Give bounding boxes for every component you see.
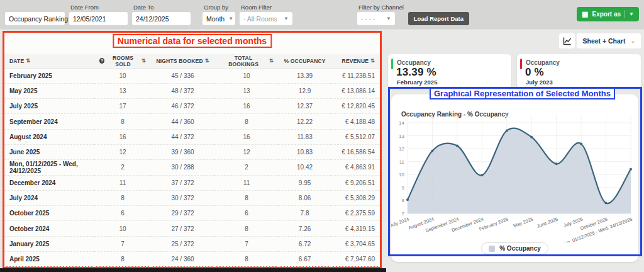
table-row[interactable]: June 20251239 / 3601210.83€ 16,586.54 xyxy=(4,144,380,159)
cell-revenue: € 13,086.14 xyxy=(331,83,380,98)
table-row[interactable]: April 2025824 / 36086.67€ 7,947.60 xyxy=(4,252,380,267)
date-from-label: Date From xyxy=(70,4,128,11)
cell-date: July 2024 xyxy=(4,190,94,205)
sort-icon[interactable]: ⇅ xyxy=(269,58,274,64)
data-point[interactable] xyxy=(555,162,558,165)
chart-view-button[interactable] xyxy=(559,33,575,48)
data-point[interactable] xyxy=(406,198,409,201)
legend-swatch-icon xyxy=(489,246,495,252)
cell-nights_booked: 30 / 288 xyxy=(151,160,214,175)
cell-total_bookings: 8 xyxy=(214,190,278,205)
table-row[interactable]: October 2025629 / 37267.8€ 2,375.59 xyxy=(4,206,380,221)
data-point[interactable] xyxy=(530,136,533,139)
column-label: TOTAL BOOKINGS xyxy=(219,55,267,67)
x-tick-label: May 2025 xyxy=(513,216,534,229)
date-from-value: 12/05/2021 xyxy=(73,15,106,23)
annotation-chart-label: Graphical Representation of Selected Mon… xyxy=(430,88,615,99)
cell-date: October 2024 xyxy=(4,221,94,236)
y-tick-label: 10 xyxy=(399,172,404,178)
room-filter-label: Room Filter xyxy=(241,4,292,11)
table-row[interactable]: September 2024844 / 360812.22€ 4,188.48 xyxy=(4,114,380,129)
x-tick-label: July 2024 xyxy=(391,216,410,228)
sort-icon[interactable]: ⇅ xyxy=(370,58,375,64)
cell-rooms_sold: 12 xyxy=(94,144,151,159)
data-point[interactable] xyxy=(431,150,433,152)
stat-card-occupancy-high: Occupancy 13.39 % February 2025 xyxy=(388,54,511,88)
line-chart-icon xyxy=(563,37,572,45)
cell-date: June 2025 xyxy=(4,144,94,159)
sort-icon[interactable]: ⇅ xyxy=(142,58,146,64)
sort-icon[interactable]: ⇅ xyxy=(205,58,209,64)
cell-revenue: € 5,512.07 xyxy=(331,129,380,144)
cell-occupancy: 10.42 xyxy=(279,160,331,175)
cell-nights_booked: 45 / 336 xyxy=(151,68,214,83)
cell-rooms_sold: 13 xyxy=(94,83,151,98)
table-row[interactable]: January 2025725 / 37276.72€ 3,704.65 xyxy=(4,236,380,251)
occupancy-area-chart[interactable]: Occupancy Ranking - % Occupancy789101112… xyxy=(391,94,638,242)
table-row[interactable]: August 20241644 / 3721611.83€ 5,512.07 xyxy=(4,129,380,144)
table-row[interactable]: July 20251746 / 3721612.37€ 12,820.45 xyxy=(4,99,380,114)
cell-total_bookings: 7 xyxy=(214,236,278,251)
view-mode-value: Sheet + Chart xyxy=(582,37,625,45)
info-icon[interactable]: ? xyxy=(99,58,104,64)
stat-card-occupancy-low: Occupancy 0 % July 2023 xyxy=(517,54,641,88)
data-point[interactable] xyxy=(630,168,632,171)
y-tick-label: 8 xyxy=(402,198,405,203)
column-header-revenue[interactable]: REVENUE⇅ xyxy=(331,54,380,68)
column-label: NIGHTS BOOKED xyxy=(156,58,203,64)
load-report-button[interactable]: Load Report Data xyxy=(408,12,469,25)
table-header-row: DATE⇅?ROOMS SOLD⇅NIGHTS BOOKED⇅TOTAL BOO… xyxy=(4,54,380,68)
cell-rooms_sold: 8 xyxy=(94,190,151,205)
group-by-label: Group by xyxy=(204,4,235,11)
report-type-value: Occupancy Ranking xyxy=(9,15,68,23)
data-point[interactable] xyxy=(480,174,483,176)
date-from-input[interactable]: 12/05/2021 xyxy=(69,12,128,25)
cell-date: April 2025 xyxy=(4,252,94,267)
area-fill xyxy=(408,128,631,213)
cell-nights_booked: 24 / 360 xyxy=(151,252,214,267)
date-to-field: Date To 24/12/2025 xyxy=(132,4,191,25)
view-mode-select[interactable]: Sheet + Chart ⌄ xyxy=(577,33,641,48)
screenshot-cutoff-bar xyxy=(0,268,386,272)
cell-nights_booked: 39 / 360 xyxy=(151,144,214,159)
column-header-date[interactable]: DATE⇅ xyxy=(4,54,94,68)
column-label: % OCCUPANCY xyxy=(284,58,325,64)
room-filter-select[interactable]: - All Rooms ▼ xyxy=(240,12,292,25)
report-toolbar: Occupancy Ranking ▼ Date From 12/05/2021… xyxy=(0,0,644,28)
table-row[interactable]: December 20241137 / 372119.95€ 9,206.51 xyxy=(4,175,380,190)
data-point[interactable] xyxy=(506,130,508,132)
column-header-nights_booked[interactable]: NIGHTS BOOKED⇅ xyxy=(151,54,214,68)
status-accent-bar xyxy=(520,59,522,69)
report-type-select[interactable]: Occupancy Ranking ▼ xyxy=(5,12,65,25)
data-point[interactable] xyxy=(456,145,458,147)
data-point[interactable] xyxy=(605,202,608,205)
stat-card-value: 13.39 % xyxy=(396,66,436,79)
channel-filter-select[interactable]: - - - - ▼ xyxy=(357,12,395,25)
cell-date: December 2024 xyxy=(4,175,94,190)
cell-occupancy: 6.67 xyxy=(279,252,331,267)
data-point[interactable] xyxy=(580,143,582,145)
channel-filter-field: Filter by Channel - - - - ▼ xyxy=(357,4,404,25)
table-row[interactable]: July 2024830 / 37288.06€ 5,308.29 xyxy=(4,190,380,205)
column-header-occupancy: % OCCUPANCY xyxy=(279,54,331,68)
date-from-field: Date From 12/05/2021 xyxy=(69,4,128,25)
cell-occupancy: 7.8 xyxy=(279,206,331,221)
table-row[interactable]: February 20251045 / 3361013.39€ 11,238.5… xyxy=(4,68,380,83)
cell-occupancy: 11.83 xyxy=(279,129,331,144)
legend-item-occupancy[interactable]: % Occupancy xyxy=(481,242,548,254)
table-row[interactable]: October 20241027 / 37287.26€ 4,319.15 xyxy=(4,221,380,236)
table-row[interactable]: Mon, 01/12/2025 - Wed, 24/12/2025230 / 2… xyxy=(4,160,380,175)
date-to-input[interactable]: 24/12/2025 xyxy=(132,12,191,25)
date-to-label: Date To xyxy=(133,4,191,11)
table-row[interactable]: May 20251348 / 3721312.9€ 13,086.14 xyxy=(4,83,380,98)
export-as-button[interactable]: ▦ Export as ▼ xyxy=(577,7,639,21)
y-tick-label: 14 xyxy=(399,120,404,126)
column-header-rooms_sold[interactable]: ?ROOMS SOLD⇅ xyxy=(94,54,151,68)
cell-total_bookings: 10 xyxy=(214,68,278,83)
column-header-total_bookings[interactable]: TOTAL BOOKINGS⇅ xyxy=(214,54,278,68)
chevron-down-icon: ⌄ xyxy=(630,38,635,44)
cell-nights_booked: 44 / 372 xyxy=(151,129,214,144)
group-by-select[interactable]: Month ▼ xyxy=(203,12,235,25)
sort-icon[interactable]: ⇅ xyxy=(26,58,30,64)
table-grid-icon: ▦ xyxy=(582,11,588,18)
